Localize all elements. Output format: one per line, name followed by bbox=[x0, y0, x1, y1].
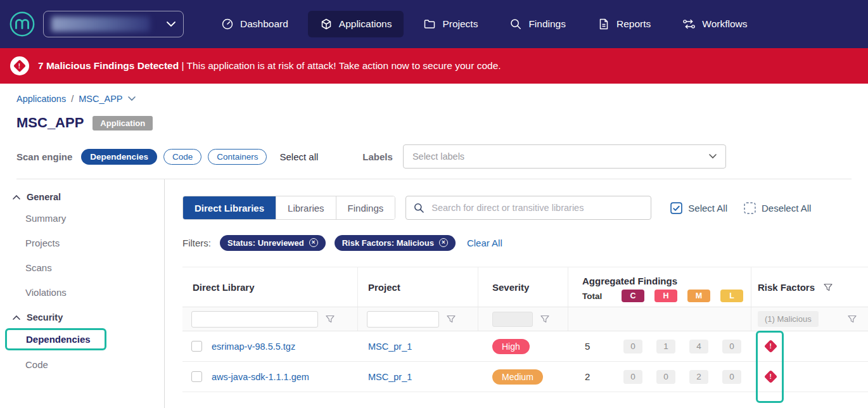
sidebar-section-title: Security bbox=[27, 312, 63, 322]
remove-filter-icon[interactable]: ✕ bbox=[439, 238, 448, 247]
application-type-badge: Application bbox=[93, 116, 153, 131]
sidebar-item-dependencies[interactable]: Dependencies bbox=[7, 330, 105, 348]
filter-funnel-icon[interactable] bbox=[848, 315, 857, 323]
breadcrumb-separator: / bbox=[71, 94, 73, 104]
scan-engine-code-pill[interactable]: Code bbox=[163, 149, 201, 165]
breadcrumb-applications-link[interactable]: Applications bbox=[16, 94, 66, 104]
app-window: Dashboard Applications Projects bbox=[0, 0, 868, 408]
tab-findings[interactable]: Findings bbox=[336, 196, 395, 219]
select-all-label: Select All bbox=[688, 203, 727, 214]
direct-library-filter-input[interactable] bbox=[191, 311, 318, 328]
scan-engine-select-all-link[interactable]: Select all bbox=[279, 151, 318, 162]
sidebar: General Summary Projects Scans Violation… bbox=[0, 179, 165, 408]
aggregated-findings-title: Aggregated Findings bbox=[568, 269, 751, 286]
aggregated-subheader: Total C H M L bbox=[568, 286, 751, 305]
filter-chip-status-unreviewed[interactable]: Status: Unreviewed ✕ bbox=[220, 235, 326, 251]
medium-count: 2 bbox=[689, 370, 708, 384]
malicious-risk-icon[interactable]: ! bbox=[763, 370, 777, 384]
malicious-alert-icon: ! bbox=[10, 56, 29, 75]
row-checkbox[interactable] bbox=[191, 371, 202, 382]
sidebar-item-code[interactable]: Code bbox=[0, 352, 164, 377]
critical-count: 0 bbox=[623, 370, 642, 384]
nav-label: Reports bbox=[616, 18, 651, 30]
malicious-risk-icon[interactable]: ! bbox=[763, 340, 777, 354]
search-icon bbox=[414, 203, 424, 213]
nav-item-projects[interactable]: Projects bbox=[411, 11, 490, 37]
top-nav: Dashboard Applications Projects bbox=[0, 0, 868, 48]
tab-libraries[interactable]: Libraries bbox=[276, 196, 336, 219]
aggregated-filter-spacer bbox=[568, 307, 751, 331]
nav-item-applications[interactable]: Applications bbox=[308, 11, 404, 37]
project-link[interactable]: MSC_pr_1 bbox=[368, 372, 412, 382]
sidebar-section-title: General bbox=[27, 192, 61, 202]
mend-logo-icon[interactable] bbox=[9, 11, 35, 37]
low-badge: L bbox=[720, 290, 743, 302]
project-filter-input[interactable] bbox=[367, 311, 439, 328]
main-panel: Direct Libraries Libraries Findings bbox=[165, 179, 868, 408]
malicious-findings-alert-banner: ! 7 Malicious Findings Detected | This a… bbox=[0, 48, 868, 84]
low-count: 0 bbox=[722, 370, 741, 384]
chevron-up-icon bbox=[13, 194, 20, 200]
filter-funnel-icon[interactable] bbox=[540, 315, 549, 323]
project-link[interactable]: MSC_pr_1 bbox=[368, 341, 412, 352]
high-count: 0 bbox=[656, 370, 675, 384]
medium-count: 4 bbox=[689, 340, 708, 354]
filter-chip-risk-malicious[interactable]: Risk Factors: Malicious ✕ bbox=[335, 235, 456, 251]
filter-chip-label: Status: Unreviewed bbox=[227, 238, 304, 248]
nav-item-dashboard[interactable]: Dashboard bbox=[209, 11, 300, 37]
labels-select[interactable]: Select labels bbox=[403, 144, 726, 169]
total-findings-count: 5 bbox=[568, 341, 616, 352]
table-row: aws-java-sdk-1.1.1.gem MSC_pr_1 Medium 2… bbox=[182, 362, 868, 392]
organization-selector[interactable] bbox=[43, 11, 184, 37]
severity-pill: High bbox=[492, 339, 530, 354]
clear-all-filters-link[interactable]: Clear All bbox=[467, 238, 502, 248]
scan-engine-dependencies-pill[interactable]: Dependencies bbox=[81, 149, 157, 165]
sidebar-item-projects[interactable]: Projects bbox=[0, 231, 164, 255]
highlight-annotation-dependencies: Dependencies bbox=[5, 328, 106, 350]
active-filters-bar: Filters: Status: Unreviewed ✕ Risk Facto… bbox=[182, 234, 868, 252]
total-subheader: Total bbox=[568, 291, 616, 301]
nav-item-workflows[interactable]: Workflows bbox=[670, 11, 759, 37]
filter-funnel-icon[interactable] bbox=[824, 283, 833, 291]
breadcrumb-current-link[interactable]: MSC_APP bbox=[79, 94, 122, 104]
sidebar-item-summary[interactable]: Summary bbox=[0, 206, 164, 231]
nav-label: Applications bbox=[339, 18, 392, 30]
findings-icon bbox=[509, 18, 522, 30]
low-count: 0 bbox=[722, 340, 741, 354]
risk-factors-title: Risk Factors bbox=[758, 282, 815, 293]
row-checkbox[interactable] bbox=[191, 341, 202, 352]
risk-factor-selected-filter[interactable]: (1) Malicious bbox=[758, 311, 819, 327]
remove-filter-icon[interactable]: ✕ bbox=[309, 238, 318, 247]
nav-label: Workflows bbox=[702, 18, 747, 30]
deselect-all-button[interactable]: Deselect All bbox=[744, 202, 811, 214]
nav-item-findings[interactable]: Findings bbox=[497, 11, 578, 37]
reports-icon bbox=[597, 18, 610, 30]
total-findings-count: 2 bbox=[568, 371, 616, 382]
library-link[interactable]: esrimap-v-98.5.5.tgz bbox=[212, 341, 295, 352]
filter-funnel-icon[interactable] bbox=[447, 315, 456, 323]
high-badge: H bbox=[654, 290, 677, 302]
nav-item-reports[interactable]: Reports bbox=[585, 11, 663, 37]
alert-text-body: This application is at risk of attack! T… bbox=[187, 60, 501, 71]
labels-select-placeholder: Select labels bbox=[412, 151, 464, 162]
select-all-button[interactable]: Select All bbox=[670, 202, 727, 214]
col-header-severity: Severity bbox=[478, 267, 568, 307]
chevron-up-icon bbox=[13, 315, 20, 320]
sidebar-item-violations[interactable]: Violations bbox=[0, 280, 164, 305]
scan-engine-label: Scan engine bbox=[16, 151, 72, 162]
sidebar-item-scans[interactable]: Scans bbox=[0, 255, 164, 280]
table-row: esrimap-v-98.5.5.tgz MSC_pr_1 High 5 0 1… bbox=[182, 331, 868, 362]
library-link[interactable]: aws-java-sdk-1.1.1.gem bbox=[212, 372, 309, 382]
chevron-down-icon[interactable] bbox=[128, 96, 136, 101]
sidebar-section-general[interactable]: General bbox=[0, 184, 164, 206]
scan-engine-containers-pill[interactable]: Containers bbox=[208, 149, 267, 165]
tab-direct-libraries[interactable]: Direct Libraries bbox=[183, 196, 276, 219]
sidebar-section-security[interactable]: Security bbox=[0, 305, 164, 326]
col-header-risk-factors: Risk Factors bbox=[751, 267, 868, 307]
severity-pill: Medium bbox=[492, 369, 543, 385]
breadcrumb: Applications / MSC_APP bbox=[16, 92, 852, 105]
search-input[interactable] bbox=[430, 202, 643, 214]
title-row: MSC_APP Application bbox=[16, 112, 852, 134]
filter-funnel-icon[interactable] bbox=[326, 315, 335, 323]
library-tabs: Direct Libraries Libraries Findings bbox=[182, 196, 395, 220]
